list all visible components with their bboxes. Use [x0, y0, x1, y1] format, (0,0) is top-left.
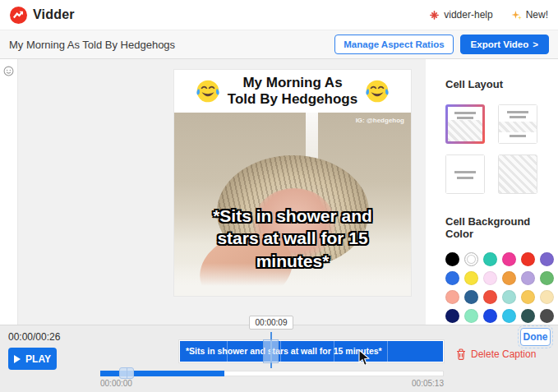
editor-canvas: My Morning As Told By Hedgehogs — [0, 59, 558, 325]
project-bar: My Morning As Told By Hedgehogs Manage A… — [0, 30, 558, 59]
cell-layout-heading: Cell Layout — [445, 78, 558, 90]
sparkles-icon — [511, 10, 522, 21]
left-toolbar — [0, 59, 18, 325]
delete-caption-button[interactable]: Delete Caption — [456, 348, 536, 360]
timeline-panel: 00:00/00:26 PLAY *Sits in shower and sta… — [0, 325, 558, 392]
color-swatch-2d6fe4[interactable] — [445, 271, 459, 285]
manage-aspect-ratios-button[interactable]: Manage Aspect Ratios — [334, 35, 453, 54]
vidder-logo-icon — [10, 7, 27, 24]
color-swatch-7a66cc[interactable] — [540, 252, 554, 266]
emoji-picker-icon[interactable] — [3, 66, 14, 76]
cell-layout-title-only[interactable] — [445, 154, 485, 194]
play-icon — [14, 355, 21, 363]
scrubber-start-time: 00:00:00 — [100, 379, 132, 388]
playback-time: 00:00/00:26 — [8, 331, 60, 343]
ig-watermark: IG: @hedgehog — [356, 117, 404, 124]
color-swatch-f9e4b2[interactable] — [540, 290, 554, 304]
project-title: My Morning As Told By Hedgehogs — [9, 39, 175, 51]
vidder-help-label: vidder-help — [444, 9, 492, 21]
vidder-logo[interactable]: Vidder — [10, 7, 75, 24]
trash-icon — [456, 348, 466, 360]
play-button[interactable]: PLAY — [8, 348, 57, 370]
chevron-right-icon: > — [533, 39, 538, 49]
track-divider — [227, 341, 228, 362]
new-label: New! — [526, 9, 548, 21]
timeline-scrubber[interactable] — [100, 371, 444, 376]
cell-layout-title-top-preview — [448, 107, 482, 141]
cell-layout-split[interactable] — [498, 104, 537, 144]
meme-title-cell: My Morning As Told By Hedgehogs — [174, 70, 411, 113]
cell-layout-media-only-preview — [499, 155, 537, 193]
cell-layout-media-only[interactable] — [498, 154, 537, 194]
project-actions: Manage Aspect Ratios Export Video > — [334, 35, 549, 54]
color-swatch-2d6394[interactable] — [464, 290, 478, 304]
color-swatch-8ce9c0[interactable] — [464, 309, 478, 323]
top-links: vidder-help New! — [429, 9, 548, 21]
cell-layout-split-preview — [499, 105, 537, 143]
color-swatch-000000[interactable] — [445, 252, 459, 266]
play-label: PLAY — [25, 353, 51, 365]
color-swatch-ef3a96[interactable] — [502, 252, 516, 266]
color-swatch-ef9d3f[interactable] — [502, 271, 516, 285]
color-swatch-a0ded6[interactable] — [502, 290, 516, 304]
brand-name: Vidder — [33, 7, 75, 22]
color-swatch-b6a3de[interactable] — [521, 271, 535, 285]
video-frame: IG: @hedgehog *Sits in shower and stars … — [174, 113, 411, 296]
color-swatch-2cc8b0[interactable] — [483, 252, 497, 266]
color-swatch-fadcf4[interactable] — [483, 271, 497, 285]
color-swatch-f7c95a[interactable] — [521, 290, 535, 304]
caption-track[interactable]: *Sits in shower and stars at wall for 15… — [179, 340, 444, 362]
color-swatch-f8e23c[interactable] — [464, 271, 478, 285]
slack-icon — [429, 10, 440, 21]
new-link[interactable]: New! — [511, 9, 548, 21]
playhead-time-tooltip: 00:00:09 — [249, 316, 293, 330]
color-swatch-ef4f3d[interactable] — [483, 290, 497, 304]
color-swatch-f9a897[interactable] — [445, 290, 459, 304]
color-swatch-ffffff[interactable] — [464, 252, 478, 266]
mouse-cursor-icon — [358, 349, 370, 367]
export-video-label: Export Video — [471, 39, 529, 49]
scrubber-handle[interactable] — [119, 367, 134, 379]
color-swatch-68ba6e[interactable] — [540, 271, 554, 285]
color-swatch-34c4ea[interactable] — [502, 309, 516, 323]
color-swatch-0e1a66[interactable] — [445, 309, 459, 323]
right-sidebar: Cell Layout Cell Background Color — [426, 59, 558, 325]
meme-title: My Morning As Told By Hedgehogs — [228, 75, 357, 108]
color-swatch-2f5554[interactable] — [521, 309, 535, 323]
cell-layout-title-only-preview — [446, 155, 484, 193]
color-swatch-1c48e4[interactable] — [483, 309, 497, 323]
track-divider — [387, 341, 388, 362]
joy-emoji-icon — [365, 79, 390, 104]
vidder-help-link[interactable]: vidder-help — [429, 9, 492, 21]
track-divider — [280, 341, 281, 362]
video-preview[interactable]: My Morning As Told By Hedgehogs — [174, 70, 411, 296]
export-video-button[interactable]: Export Video > — [460, 35, 549, 54]
caption-overlay: *Sits in shower and stars at wall for 15… — [194, 205, 391, 272]
color-swatch-ee3425[interactable] — [521, 252, 535, 266]
cell-layout-title-top[interactable] — [445, 104, 485, 144]
track-divider — [334, 341, 334, 362]
cell-layout-grid — [445, 104, 558, 194]
joy-emoji-icon — [196, 79, 220, 104]
playhead-handle[interactable] — [263, 339, 279, 363]
vidder-app: Vidder vidder-help Ne — [0, 0, 558, 392]
cell-background-color-grid — [445, 252, 554, 323]
scrubber-end-time: 00:05:13 — [412, 379, 444, 388]
delete-caption-label: Delete Caption — [471, 348, 536, 360]
color-swatch-4c4c4c[interactable] — [540, 309, 554, 323]
cell-background-heading: Cell Background Color — [445, 215, 558, 240]
done-button[interactable]: Done — [520, 328, 551, 346]
top-bar: Vidder vidder-help Ne — [0, 0, 558, 30]
caption-track-label: *Sits in shower and stars at wall for 15… — [186, 341, 382, 362]
